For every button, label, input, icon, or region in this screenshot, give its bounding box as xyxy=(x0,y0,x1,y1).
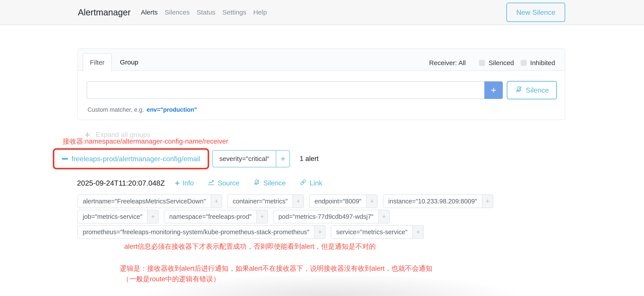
label-text: container="metrics" xyxy=(228,195,292,208)
filter-card-header: Filter Group Receiver: All Silenced Inhi… xyxy=(78,49,565,71)
label-text: service="metrics-service" xyxy=(331,226,412,238)
annotation-logic-note: 逻辑是：接收器收到alert后进行通知，如果alert不在接收器下，说明接收器没… xyxy=(120,264,432,273)
label-row: alertname="FreeleapsMetricsServiceDown" … xyxy=(78,194,493,208)
red-highlight-box: freeleaps-prod/alertmanager-config/email xyxy=(53,148,209,169)
label-add-filter-button[interactable]: + xyxy=(378,210,389,223)
app-brand[interactable]: Alertmanager xyxy=(78,8,131,17)
group-matcher-chip: severity="critical" + xyxy=(212,150,290,167)
annotation-receiver-note: 接收器:namespace/altermanager-config-name/r… xyxy=(63,137,228,146)
silence-from-filter-button[interactable]: Silence xyxy=(507,81,557,100)
label-chip: alertname="FreeleapsMetricsServiceDown" … xyxy=(78,194,222,208)
nav-item-status[interactable]: Status xyxy=(193,8,219,16)
label-text: instance="10.233.98.209:8009" xyxy=(383,195,482,208)
label-chip: endpoint="8009" + xyxy=(309,194,378,208)
alert-timestamp: 2025-09-24T11:20:07.048Z xyxy=(77,179,165,187)
label-chip: instance="10.233.98.209:8009" + xyxy=(383,194,493,208)
label-text: alertname="FreeleapsMetricsServiceDown" xyxy=(78,195,211,208)
matcher-helper-text: Custom matcher, e.g. xyxy=(88,106,144,113)
source-action-label: Source xyxy=(218,179,239,187)
alert-header-row: 2025-09-24T11:20:07.048Z + Info Source S… xyxy=(77,178,336,188)
bottom-shadow xyxy=(143,274,517,296)
chart-line-icon xyxy=(208,178,215,188)
label-row: job="metrics-service" + namespace="freel… xyxy=(78,210,493,224)
label-add-filter-button[interactable]: + xyxy=(314,226,325,238)
silenced-checkbox-label[interactable]: Silenced xyxy=(488,59,514,67)
add-matcher-button[interactable]: + xyxy=(484,81,503,99)
label-chip: service="metrics-service" + xyxy=(331,225,424,239)
label-chip: job="metrics-service" + xyxy=(78,210,158,224)
matcher-input[interactable] xyxy=(87,81,484,99)
bell-slash-icon xyxy=(515,85,523,95)
link-icon xyxy=(299,178,307,188)
annotation-config-note: alert信息必须在接收器下才表示配置成功，否则即使能看到alert，但是通知是… xyxy=(124,242,376,251)
label-chip: pod="metrics-77d9cdb497-wdsj7" + xyxy=(273,210,390,224)
new-silence-button[interactable]: New Silence xyxy=(506,3,565,22)
nav-item-settings[interactable]: Settings xyxy=(219,8,250,16)
collapse-minus-icon xyxy=(62,158,68,160)
plus-icon: + xyxy=(175,179,180,187)
group-matcher-add-button[interactable]: + xyxy=(276,151,290,167)
label-text: prometheus="freeleaps-monitoring-system/… xyxy=(78,226,314,238)
silenced-checkbox[interactable] xyxy=(479,60,485,66)
receiver-group-row: freeleaps-prod/alertmanager-config/email… xyxy=(53,148,319,169)
nav-item-silences[interactable]: Silences xyxy=(161,8,193,16)
nav-item-help[interactable]: Help xyxy=(250,8,270,16)
bell-slash-icon xyxy=(253,178,260,188)
navbar: Alertmanager Alerts Silences Status Sett… xyxy=(0,0,644,25)
label-add-filter-button[interactable]: + xyxy=(211,195,222,208)
tab-filter[interactable]: Filter xyxy=(83,53,112,71)
label-add-filter-button[interactable]: + xyxy=(366,195,377,208)
alert-labels: alertname="FreeleapsMetricsServiceDown" … xyxy=(78,194,493,239)
nav-item-alerts[interactable]: Alerts xyxy=(137,8,161,16)
alert-action-silence[interactable]: Silence xyxy=(253,178,286,188)
label-text: pod="metrics-77d9cdb497-wdsj7" xyxy=(274,210,378,223)
label-text: namespace="freeleaps-prod" xyxy=(164,210,256,223)
receiver-group-name[interactable]: freeleaps-prod/alertmanager-config/email xyxy=(72,155,200,163)
info-action-label: Info xyxy=(182,179,194,187)
link-action-label: Link xyxy=(310,179,322,187)
filter-options: Receiver: All Silenced Inhibited xyxy=(429,49,555,71)
silence-button-label: Silence xyxy=(526,86,549,94)
matcher-example-link[interactable]: env="production" xyxy=(147,106,197,113)
label-row: prometheus="freeleaps-monitoring-system/… xyxy=(78,225,493,239)
receiver-dropdown[interactable]: Receiver: All xyxy=(429,59,466,67)
label-add-filter-button[interactable]: + xyxy=(147,210,158,223)
filter-card: Filter Group Receiver: All Silenced Inhi… xyxy=(78,48,565,120)
label-add-filter-button[interactable]: + xyxy=(482,195,493,208)
matcher-helper: Custom matcher, e.g.env="production" xyxy=(88,106,197,113)
label-chip: namespace="freeleaps-prod" + xyxy=(164,210,268,224)
inhibited-checkbox-label[interactable]: Inhibited xyxy=(530,59,555,67)
group-matcher-text: severity="critical" xyxy=(213,151,276,167)
alert-action-link[interactable]: Link xyxy=(299,178,322,188)
silence-action-label: Silence xyxy=(263,179,286,187)
label-chip: prometheus="freeleaps-monitoring-system/… xyxy=(78,225,326,239)
label-text: job="metrics-service" xyxy=(78,210,147,223)
alert-action-info[interactable]: + Info xyxy=(175,179,194,187)
tab-group[interactable]: Group xyxy=(118,53,140,71)
label-add-filter-button[interactable]: + xyxy=(412,226,424,238)
label-text: endpoint="8009" xyxy=(310,195,366,208)
label-add-filter-button[interactable]: + xyxy=(256,210,268,223)
alert-action-source[interactable]: Source xyxy=(208,178,239,188)
label-add-filter-button[interactable]: + xyxy=(292,195,304,208)
label-chip: container="metrics" + xyxy=(228,194,304,208)
main-nav: Alerts Silences Status Settings Help xyxy=(137,8,270,16)
alert-count: 1 alert xyxy=(300,155,318,163)
inhibited-checkbox[interactable] xyxy=(520,60,527,66)
matcher-input-group: + Silence xyxy=(87,81,557,100)
